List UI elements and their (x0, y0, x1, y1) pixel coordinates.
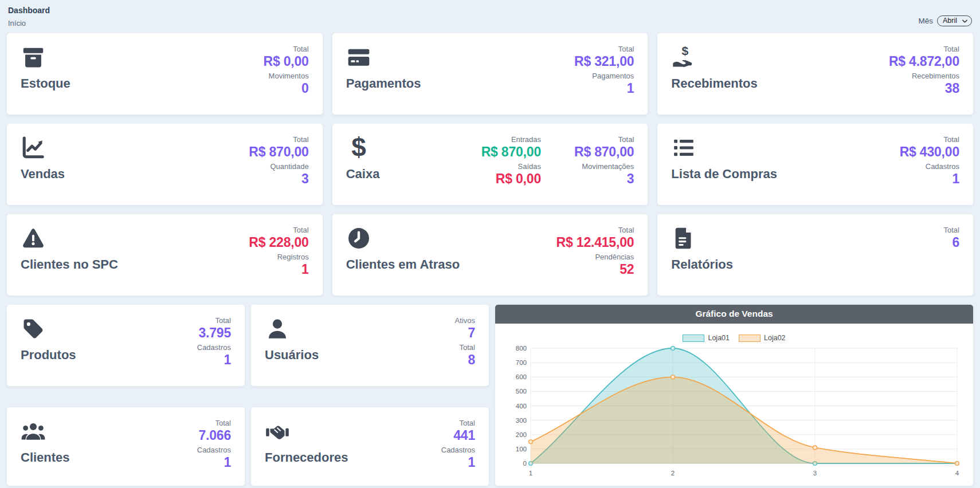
card-stats: TotalR$ 870,00Quantidade3 (249, 135, 308, 197)
stat-column: TotalR$ 321,00Pagamentos1 (574, 45, 634, 107)
card-left: Relatórios (671, 226, 733, 288)
svg-text:400: 400 (516, 403, 527, 410)
legend-swatch (739, 334, 761, 342)
stat-value: 0 (301, 81, 309, 96)
card-title: Pagamentos (346, 76, 421, 91)
stat-label: Total (618, 135, 634, 144)
month-label: Mês (918, 17, 933, 25)
stat-value: R$ 0,00 (264, 54, 309, 69)
cards-grid-bottom: Gráfico de Vendas Loja01Loja02 010020030… (7, 305, 973, 486)
card-clientes-no-spc[interactable]: Clientes no SPCTotalR$ 228,00Registros1 (7, 214, 323, 296)
card-title: Clientes no SPC (21, 257, 118, 272)
card-title: Clientes em Atraso (346, 257, 460, 272)
legend-swatch (683, 334, 704, 342)
card-left: Estoque (21, 45, 70, 107)
month-select-wrap: Abril (937, 15, 972, 26)
card-stats: TotalR$ 430,00Cadastros1 (900, 135, 959, 197)
chart-title: Gráfico de Vendas (495, 305, 973, 324)
stat-value: 1 (468, 455, 475, 470)
stat-value: R$ 12.415,00 (556, 235, 634, 250)
page-header: Dashboard Início Mês Abril (8, 6, 972, 27)
stat-label: Quantidade (270, 162, 308, 171)
card-title: Vendas (21, 167, 65, 182)
stat-value: R$ 228,00 (249, 235, 308, 250)
stat-label: Saídas (518, 162, 541, 171)
stat-value: R$ 870,00 (481, 144, 541, 160)
card-left: Clientes no SPC (21, 226, 118, 288)
stat-column: TotalR$ 228,00Registros1 (249, 226, 308, 288)
legend-item-loja01[interactable]: Loja01 (683, 334, 730, 342)
card-pagamentos[interactable]: PagamentosTotalR$ 321,00Pagamentos1 (332, 33, 648, 115)
sales-chart-svg: 01002003004005006007008001234 (504, 343, 964, 479)
stat-value: R$ 430,00 (900, 144, 959, 160)
chart-legend: Loja01Loja02 (683, 334, 785, 342)
svg-text:$: $ (351, 135, 366, 160)
stat-label: Total (944, 45, 959, 53)
card-caixa[interactable]: $CaixaEntradasR$ 870,00SaídasR$ 0,00Tota… (332, 124, 648, 205)
card-stats: TotalR$ 321,00Pagamentos1 (574, 45, 634, 107)
legend-item-loja02[interactable]: Loja02 (739, 334, 786, 342)
card-left: $Caixa (346, 135, 380, 197)
legend-label: Loja01 (708, 334, 730, 342)
card-clientes-em-atraso[interactable]: Clientes em AtrasoTotalR$ 12.415,00Pendê… (332, 214, 648, 296)
card-left: Usuários (265, 316, 319, 378)
card-left: Vendas (21, 135, 65, 197)
svg-text:800: 800 (516, 345, 527, 352)
card-produtos[interactable]: ProdutosTotal3.795Cadastros1 (7, 305, 245, 386)
stat-label: Cadastros (197, 446, 231, 454)
stat-value: 6 (952, 235, 959, 250)
stat-label: Total (460, 419, 475, 427)
card-title: Lista de Compras (671, 167, 777, 182)
card-stats: TotalR$ 0,00Movimentos0 (264, 45, 309, 107)
stat-label: Movimentos (269, 72, 309, 80)
card-recebimentos[interactable]: $RecebimentosTotalR$ 4.872,00Recebimento… (657, 33, 973, 115)
legend-label: Loja02 (764, 334, 786, 342)
stat-value: 38 (945, 81, 959, 96)
stat-value: 1 (952, 171, 959, 187)
card-stats: Ativos7Total8 (455, 316, 475, 378)
stat-value: R$ 321,00 (574, 54, 634, 69)
card-usuarios[interactable]: UsuáriosAtivos7Total8 (251, 305, 489, 386)
card-title: Recebimentos (671, 76, 757, 91)
stat-label: Total (944, 135, 959, 144)
svg-text:3: 3 (813, 470, 817, 477)
stat-value: 1 (224, 352, 231, 368)
card-fornecedores[interactable]: FornecedoresTotal441Cadastros1 (251, 407, 489, 486)
svg-text:500: 500 (516, 388, 527, 395)
card-lista-de-compras[interactable]: Lista de ComprasTotalR$ 430,00Cadastros1 (657, 124, 973, 205)
stat-label: Ativos (455, 316, 475, 325)
stat-label: Cadastros (926, 162, 959, 171)
stat-value: 7.066 (198, 428, 231, 443)
card-clientes[interactable]: ClientesTotal7.066Cadastros1 (7, 407, 245, 486)
card-left: Clientes em Atraso (346, 226, 460, 288)
card-estoque[interactable]: EstoqueTotalR$ 0,00Movimentos0 (7, 33, 323, 115)
list-icon (671, 135, 696, 160)
sales-chart: 01002003004005006007008001234 (503, 343, 965, 479)
card-vendas[interactable]: VendasTotalR$ 870,00Quantidade3 (7, 124, 323, 205)
card-left: Fornecedores (265, 419, 348, 478)
svg-text:$: $ (682, 45, 689, 57)
cards-grid-top: EstoqueTotalR$ 0,00Movimentos0Pagamentos… (7, 33, 973, 296)
card-title: Usuários (265, 348, 319, 363)
stat-value: 52 (620, 262, 634, 277)
sales-chart-panel: Gráfico de Vendas Loja01Loja02 010020030… (495, 305, 973, 486)
month-filter: Mês Abril (918, 15, 972, 26)
users-icon (21, 419, 46, 444)
svg-text:100: 100 (516, 446, 527, 452)
user-icon (265, 316, 290, 341)
month-select[interactable]: Abril (937, 15, 972, 26)
svg-text:200: 200 (516, 431, 527, 438)
stat-column: Total6 (944, 226, 959, 288)
stat-column: EntradasR$ 870,00SaídasR$ 0,00 (481, 135, 541, 197)
card-left: Lista de Compras (671, 135, 777, 197)
card-title: Relatórios (671, 257, 733, 272)
dashboard-page: Dashboard Início Mês Abril EstoqueTotalR… (0, 0, 980, 486)
card-title: Caixa (346, 167, 380, 182)
svg-text:1: 1 (529, 470, 532, 477)
clock-icon (346, 226, 371, 251)
card-relatorios[interactable]: RelatóriosTotal6 (657, 214, 973, 296)
card-title: Produtos (21, 348, 76, 363)
stat-value: R$ 0,00 (496, 171, 541, 187)
card-stats: TotalR$ 228,00Registros1 (249, 226, 308, 288)
page-title: Dashboard (8, 6, 50, 15)
